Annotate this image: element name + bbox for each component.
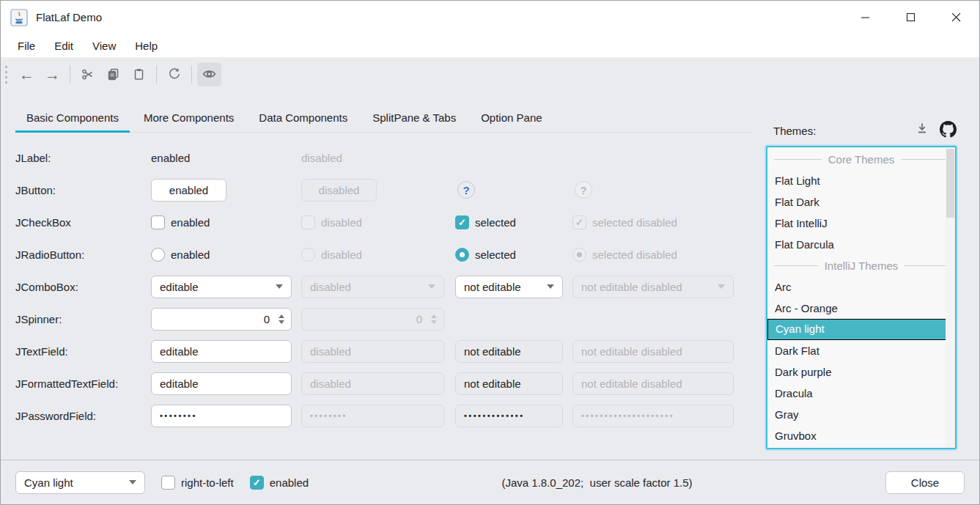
github-icon[interactable] xyxy=(940,121,957,141)
tab-basic-components[interactable]: Basic Components xyxy=(15,103,130,132)
combobox-value: disabled xyxy=(310,281,351,293)
download-icon[interactable] xyxy=(915,122,929,139)
menu-help[interactable]: Help xyxy=(125,36,167,56)
password-field-not-editable[interactable]: ••••••••••••• xyxy=(455,405,563,427)
theme-item-gruvbox[interactable]: Gruvbox xyxy=(767,425,955,446)
paste-button[interactable] xyxy=(127,62,151,86)
tab-bar: Basic Components More Components Data Co… xyxy=(15,103,753,133)
spinner-down-icon xyxy=(431,320,437,324)
label-enabled: enabled xyxy=(151,152,190,164)
theme-item-arc-orange[interactable]: Arc - Orange xyxy=(767,298,955,319)
combobox-value: not editable xyxy=(464,281,521,293)
back-button[interactable]: ← xyxy=(15,62,39,86)
theme-item-flat-darcula[interactable]: Flat Darcula xyxy=(767,234,955,255)
chevron-down-icon xyxy=(718,284,725,289)
toolbar-separator xyxy=(156,65,157,84)
app-window: FlatLaf Demo File Edit View Help ← → xyxy=(0,0,980,505)
menu-file[interactable]: File xyxy=(8,36,45,56)
theme-combobox[interactable]: Cyan light xyxy=(15,471,145,494)
check-icon: ✓ xyxy=(575,218,583,227)
button-disabled: disabled xyxy=(301,179,377,202)
theme-item-gray[interactable]: Gray xyxy=(767,404,955,425)
spinner-arrows xyxy=(431,314,437,324)
cut-button[interactable] xyxy=(75,62,100,86)
button-enabled[interactable]: enabled xyxy=(151,179,226,202)
enabled-checkbox[interactable]: ✓ xyxy=(250,476,264,490)
checkbox-selected[interactable]: ✓ xyxy=(455,215,469,229)
theme-combobox-value: Cyan light xyxy=(24,476,73,489)
theme-item-cyan-light[interactable]: Cyan light xyxy=(767,319,955,340)
question-mark-icon: ? xyxy=(463,184,469,196)
menu-edit[interactable]: Edit xyxy=(45,36,83,56)
toolbar-grip-handle[interactable] xyxy=(4,64,8,84)
checkbox-label: selected xyxy=(475,216,516,229)
themes-list: Core Themes Flat Light Flat Dark Flat In… xyxy=(766,146,957,449)
checkbox-enabled[interactable] xyxy=(151,215,165,229)
password-field-enabled[interactable]: •••••••• xyxy=(151,405,292,427)
tab-more-components[interactable]: More Components xyxy=(133,103,245,132)
radio-selected[interactable] xyxy=(455,248,469,262)
formatted-textfield-not-editable[interactable]: not editable xyxy=(455,372,563,395)
copy-button[interactable] xyxy=(101,62,125,86)
formatted-textfield-editable[interactable]: editable xyxy=(151,372,292,395)
radio-label: enabled xyxy=(171,248,210,261)
chevron-down-icon xyxy=(276,284,283,289)
right-to-left-checkbox[interactable] xyxy=(161,476,175,490)
main-content: Basic Components More Components Data Co… xyxy=(1,103,979,474)
theme-item-dark-purple[interactable]: Dark purple xyxy=(767,361,955,383)
textfield-editable[interactable]: editable xyxy=(151,340,292,363)
spinner-arrows[interactable] xyxy=(279,314,284,324)
window-title: FlatLaf Demo xyxy=(36,11,102,23)
theme-item-flat-intellij[interactable]: Flat IntelliJ xyxy=(767,213,955,234)
themes-header: Themes: xyxy=(766,121,957,140)
show-hide-toggle-button[interactable] xyxy=(197,62,221,86)
toolbar-separator xyxy=(191,65,192,84)
help-button-disabled: ? xyxy=(575,181,592,199)
tab-splitpane-tabs[interactable]: SplitPane & Tabs xyxy=(361,103,467,132)
radio-selected-disabled xyxy=(572,248,586,262)
refresh-button[interactable] xyxy=(162,62,186,86)
forward-button[interactable]: → xyxy=(40,62,65,86)
minimize-button[interactable] xyxy=(843,1,888,34)
themes-panel: Themes: xyxy=(766,121,957,449)
theme-item-flat-light[interactable]: Flat Light xyxy=(767,170,955,191)
enabled-checkbox-group: ✓ enabled xyxy=(250,476,309,490)
radio-enabled[interactable] xyxy=(151,248,165,262)
textfield-disabled: disabled xyxy=(301,340,444,363)
spinner-up-icon xyxy=(431,314,437,318)
textfield-not-editable[interactable]: not editable xyxy=(455,340,563,363)
chevron-down-icon xyxy=(129,480,136,484)
copy-icon xyxy=(107,68,119,81)
label-disabled: disabled xyxy=(301,152,342,164)
help-button-enabled[interactable]: ? xyxy=(457,181,475,199)
row-label: JFormattedTextField: xyxy=(15,377,151,390)
close-window-button[interactable] xyxy=(934,1,979,34)
spinner-up-icon[interactable] xyxy=(279,314,284,318)
spinner-enabled[interactable]: 0 xyxy=(151,308,292,331)
themes-scrollbar-thumb[interactable] xyxy=(946,149,954,218)
tab-option-pane[interactable]: Option Pane xyxy=(470,103,553,132)
combobox-value: editable xyxy=(160,281,199,293)
password-field-not-editable-disabled: •••••••••••••••••••• xyxy=(572,405,734,427)
paste-icon xyxy=(133,68,145,81)
enabled-label: enabled xyxy=(270,476,309,489)
combobox-editable[interactable]: editable xyxy=(151,276,292,298)
combobox-not-editable[interactable]: not editable xyxy=(455,276,563,298)
chevron-down-icon xyxy=(547,284,554,289)
theme-item-arc[interactable]: Arc xyxy=(767,276,955,298)
menu-view[interactable]: View xyxy=(83,36,125,56)
spinner-down-icon[interactable] xyxy=(279,320,284,324)
list-separator-intellij-themes: IntelliJ Themes xyxy=(767,255,955,276)
theme-item-dracula[interactable]: Dracula xyxy=(767,383,955,404)
window-controls xyxy=(843,1,979,34)
theme-item-flat-dark[interactable]: Flat Dark xyxy=(767,191,955,213)
bottom-bar: Cyan light right-to-left ✓ enabled (Java… xyxy=(1,460,979,504)
combobox-not-editable-disabled: not editable disabled xyxy=(572,276,734,298)
themes-scrollbar[interactable] xyxy=(946,149,955,448)
tab-data-components[interactable]: Data Components xyxy=(248,103,358,132)
right-to-left-checkbox-group: right-to-left xyxy=(161,476,234,490)
row-label: JLabel: xyxy=(15,152,151,164)
theme-item-dark-flat[interactable]: Dark Flat xyxy=(767,340,955,361)
close-button[interactable]: Close xyxy=(885,471,965,494)
maximize-button[interactable] xyxy=(888,1,934,34)
